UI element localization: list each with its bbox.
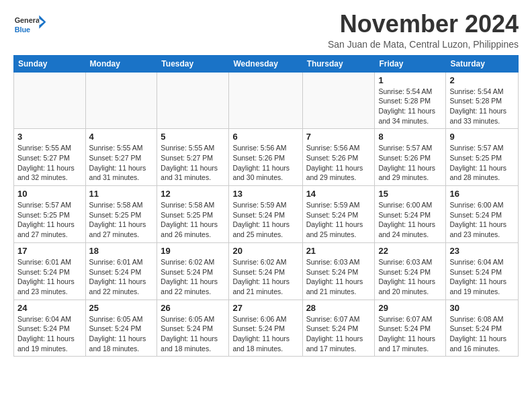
day-info: Sunrise: 6:04 AMSunset: 5:24 PMDaylight:…: [449, 257, 515, 297]
day-info: Sunrise: 6:04 AMSunset: 5:24 PMDaylight:…: [17, 314, 82, 354]
day-info: Sunrise: 5:56 AMSunset: 5:26 PMDaylight:…: [232, 143, 298, 183]
day-info: Sunrise: 5:55 AMSunset: 5:27 PMDaylight:…: [161, 143, 225, 183]
day-number: 17: [17, 246, 82, 256]
title-area: November 2024 San Juan de Mata, Central …: [328, 11, 519, 50]
day-number: 16: [449, 189, 515, 199]
calendar-cell: 24Sunrise: 6:04 AMSunset: 5:24 PMDayligh…: [14, 300, 86, 357]
calendar-cell: [157, 72, 229, 129]
day-number: 15: [378, 189, 442, 199]
day-number: 9: [449, 132, 515, 142]
day-number: 2: [449, 75, 515, 85]
day-number: 19: [161, 246, 225, 256]
calendar-cell: 28Sunrise: 6:07 AMSunset: 5:24 PMDayligh…: [302, 300, 375, 357]
calendar-cell: 20Sunrise: 6:02 AMSunset: 5:24 PMDayligh…: [229, 242, 302, 300]
day-info: Sunrise: 5:57 AMSunset: 5:25 PMDaylight:…: [17, 200, 82, 240]
day-info: Sunrise: 5:59 AMSunset: 5:24 PMDaylight:…: [232, 200, 298, 240]
calendar-cell: 3Sunrise: 5:55 AMSunset: 5:27 PMDaylight…: [14, 129, 86, 186]
day-number: 24: [17, 303, 82, 313]
day-info: Sunrise: 6:00 AMSunset: 5:24 PMDaylight:…: [449, 200, 515, 240]
calendar-cell: 8Sunrise: 5:57 AMSunset: 5:26 PMDaylight…: [375, 129, 446, 186]
calendar-cell: 4Sunrise: 5:55 AMSunset: 5:27 PMDaylight…: [85, 129, 157, 186]
day-number: 12: [161, 189, 225, 199]
calendar-cell: [229, 72, 302, 129]
day-info: Sunrise: 5:59 AMSunset: 5:24 PMDaylight:…: [306, 200, 371, 240]
calendar-cell: 10Sunrise: 5:57 AMSunset: 5:25 PMDayligh…: [14, 186, 86, 243]
calendar-cell: 30Sunrise: 6:08 AMSunset: 5:24 PMDayligh…: [446, 300, 519, 357]
location-subtitle: San Juan de Mata, Central Luzon, Philipp…: [328, 39, 519, 50]
day-number: 3: [17, 132, 82, 142]
calendar-cell: 23Sunrise: 6:04 AMSunset: 5:24 PMDayligh…: [446, 242, 519, 300]
calendar-cell: 6Sunrise: 5:56 AMSunset: 5:26 PMDaylight…: [229, 129, 302, 186]
day-info: Sunrise: 5:57 AMSunset: 5:25 PMDaylight:…: [449, 143, 515, 183]
weekday-header-thursday: Thursday: [302, 55, 375, 72]
day-number: 29: [378, 303, 442, 313]
calendar-cell: 29Sunrise: 6:07 AMSunset: 5:24 PMDayligh…: [375, 300, 446, 357]
day-number: 14: [306, 189, 371, 199]
day-info: Sunrise: 6:05 AMSunset: 5:24 PMDaylight:…: [89, 314, 154, 354]
day-info: Sunrise: 5:58 AMSunset: 5:25 PMDaylight:…: [89, 200, 154, 240]
calendar-cell: 14Sunrise: 5:59 AMSunset: 5:24 PMDayligh…: [302, 186, 375, 243]
calendar-cell: 15Sunrise: 6:00 AMSunset: 5:24 PMDayligh…: [375, 186, 446, 243]
calendar-cell: [302, 72, 375, 129]
day-number: 6: [232, 132, 298, 142]
day-info: Sunrise: 5:54 AMSunset: 5:28 PMDaylight:…: [378, 87, 442, 126]
day-number: 5: [161, 132, 225, 142]
calendar-cell: 13Sunrise: 5:59 AMSunset: 5:24 PMDayligh…: [229, 186, 302, 243]
day-info: Sunrise: 6:05 AMSunset: 5:24 PMDaylight:…: [161, 314, 225, 354]
day-number: 7: [306, 132, 371, 142]
calendar-cell: 18Sunrise: 6:01 AMSunset: 5:24 PMDayligh…: [85, 242, 157, 300]
day-number: 4: [89, 132, 154, 142]
day-info: Sunrise: 6:08 AMSunset: 5:24 PMDaylight:…: [449, 314, 515, 354]
calendar-cell: 21Sunrise: 6:03 AMSunset: 5:24 PMDayligh…: [302, 242, 375, 300]
calendar-cell: 2Sunrise: 5:54 AMSunset: 5:28 PMDaylight…: [446, 72, 519, 129]
calendar-cell: [14, 72, 86, 129]
day-number: 11: [89, 189, 154, 199]
weekday-header-friday: Friday: [375, 55, 446, 72]
day-info: Sunrise: 6:02 AMSunset: 5:24 PMDaylight:…: [161, 257, 225, 297]
calendar-cell: 16Sunrise: 6:00 AMSunset: 5:24 PMDayligh…: [446, 186, 519, 243]
day-number: 18: [89, 246, 154, 256]
calendar-cell: 7Sunrise: 5:56 AMSunset: 5:26 PMDaylight…: [302, 129, 375, 186]
day-info: Sunrise: 6:03 AMSunset: 5:24 PMDaylight:…: [378, 257, 442, 297]
day-info: Sunrise: 5:54 AMSunset: 5:28 PMDaylight:…: [449, 87, 515, 126]
day-info: Sunrise: 6:01 AMSunset: 5:24 PMDaylight:…: [89, 257, 154, 297]
day-number: 8: [378, 132, 442, 142]
calendar-cell: 11Sunrise: 5:58 AMSunset: 5:25 PMDayligh…: [85, 186, 157, 243]
calendar-cell: 19Sunrise: 6:02 AMSunset: 5:24 PMDayligh…: [157, 242, 229, 300]
calendar-cell: 26Sunrise: 6:05 AMSunset: 5:24 PMDayligh…: [157, 300, 229, 357]
day-number: 20: [232, 246, 298, 256]
day-info: Sunrise: 6:06 AMSunset: 5:24 PMDaylight:…: [232, 314, 298, 354]
day-info: Sunrise: 6:07 AMSunset: 5:24 PMDaylight:…: [378, 314, 442, 354]
calendar-week-5: 24Sunrise: 6:04 AMSunset: 5:24 PMDayligh…: [14, 300, 519, 357]
day-info: Sunrise: 5:57 AMSunset: 5:26 PMDaylight:…: [378, 143, 442, 183]
day-info: Sunrise: 6:01 AMSunset: 5:24 PMDaylight:…: [17, 257, 82, 297]
day-number: 21: [306, 246, 371, 256]
weekday-header-monday: Monday: [85, 55, 157, 72]
day-number: 30: [449, 303, 515, 313]
day-info: Sunrise: 5:55 AMSunset: 5:27 PMDaylight:…: [17, 143, 82, 183]
logo: General Blue: [13, 11, 47, 38]
calendar-cell: [85, 72, 157, 129]
day-number: 28: [306, 303, 371, 313]
day-number: 22: [378, 246, 442, 256]
calendar-week-1: 1Sunrise: 5:54 AMSunset: 5:28 PMDaylight…: [14, 72, 519, 129]
calendar-week-3: 10Sunrise: 5:57 AMSunset: 5:25 PMDayligh…: [14, 186, 519, 243]
day-number: 13: [232, 189, 298, 199]
month-title: November 2024: [328, 11, 519, 38]
day-number: 25: [89, 303, 154, 313]
calendar-table: SundayMondayTuesdayWednesdayThursdayFrid…: [13, 55, 519, 357]
page-header: General Blue November 2024 San Juan de M…: [13, 11, 519, 50]
day-number: 27: [232, 303, 298, 313]
calendar-week-4: 17Sunrise: 6:01 AMSunset: 5:24 PMDayligh…: [14, 242, 519, 300]
calendar-cell: 27Sunrise: 6:06 AMSunset: 5:24 PMDayligh…: [229, 300, 302, 357]
calendar-cell: 1Sunrise: 5:54 AMSunset: 5:28 PMDaylight…: [375, 72, 446, 129]
day-number: 10: [17, 189, 82, 199]
svg-text:General: General: [15, 16, 42, 24]
day-info: Sunrise: 6:07 AMSunset: 5:24 PMDaylight:…: [306, 314, 371, 354]
calendar-cell: 17Sunrise: 6:01 AMSunset: 5:24 PMDayligh…: [14, 242, 86, 300]
svg-text:Blue: Blue: [15, 26, 30, 34]
weekday-header-tuesday: Tuesday: [157, 55, 229, 72]
calendar-week-2: 3Sunrise: 5:55 AMSunset: 5:27 PMDaylight…: [14, 129, 519, 186]
day-info: Sunrise: 5:55 AMSunset: 5:27 PMDaylight:…: [89, 143, 154, 183]
day-number: 26: [161, 303, 225, 313]
